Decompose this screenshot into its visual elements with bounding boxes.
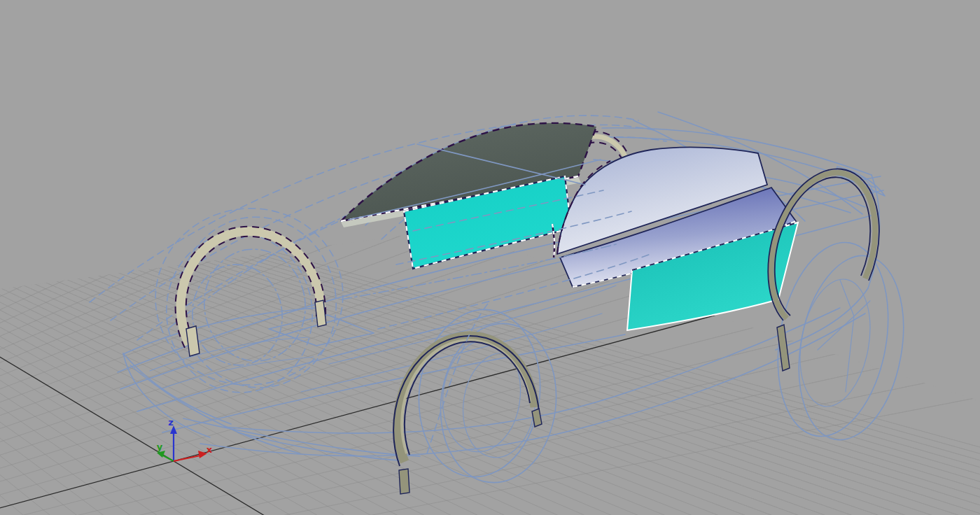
viewport-canvas[interactable]: z y x xyxy=(0,0,980,515)
arch-end-cap xyxy=(399,469,410,494)
3d-modeling-viewport[interactable]: z y x xyxy=(0,0,980,515)
z-axis-label: z xyxy=(168,417,174,428)
x-axis-label: x xyxy=(206,444,213,455)
y-axis-label: y xyxy=(157,442,163,452)
